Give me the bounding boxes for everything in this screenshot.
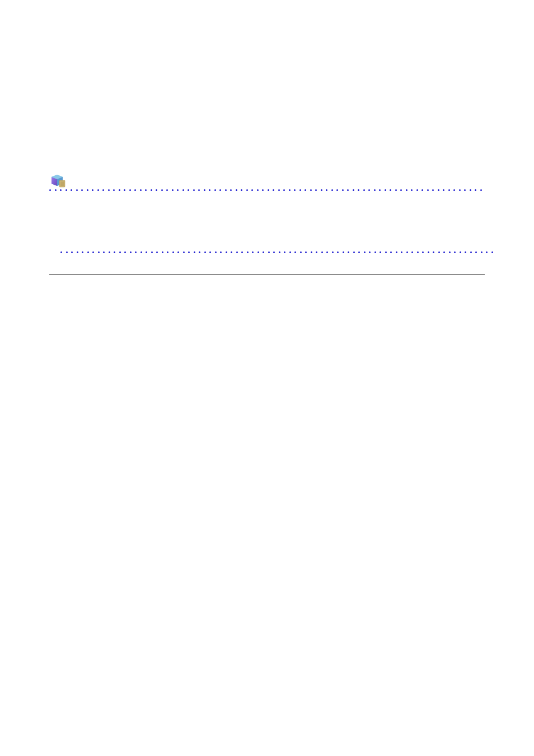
cube-document-icon (49, 172, 67, 188)
solid-divider (49, 274, 485, 275)
dotted-divider-2 (60, 251, 496, 253)
icon-row (49, 172, 485, 188)
spacer (49, 191, 485, 251)
svg-rect-0 (59, 180, 65, 187)
content-area (49, 172, 485, 275)
